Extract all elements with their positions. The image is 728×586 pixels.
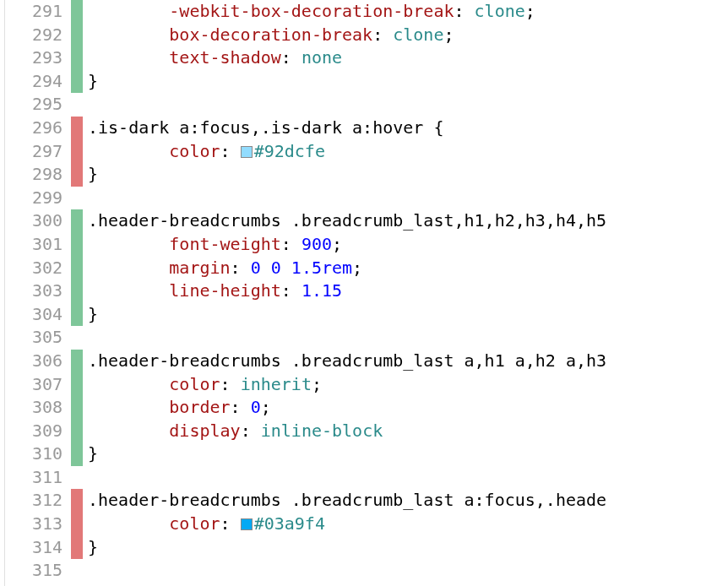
code-line[interactable]: 309 display: inline-block (5, 420, 728, 443)
code-line[interactable]: 298} (5, 163, 728, 187)
diff-added-marker (71, 233, 83, 257)
code-line[interactable]: 296.is-dark a:focus,.is-dark a:hover { (5, 117, 728, 140)
diff-added-marker (71, 70, 83, 94)
diff-added-marker (71, 279, 83, 303)
code-content[interactable]: display: inline-block (83, 420, 728, 443)
diff-added-marker (71, 24, 83, 47)
colon: : (231, 258, 251, 278)
line-number: 295 (5, 93, 71, 117)
code-editor[interactable]: 291 -webkit-box-decoration-break: clone;… (0, 0, 728, 586)
semicolon: ; (261, 397, 271, 417)
code-content[interactable]: border: 0; (83, 396, 728, 420)
css-value: inherit (241, 374, 312, 394)
colon: : (281, 234, 302, 254)
code-line[interactable]: 292 box-decoration-break: clone; (5, 24, 728, 47)
line-number: 293 (5, 46, 71, 70)
diff-added-marker (71, 373, 83, 397)
code-content[interactable]: .header-breadcrumbs .breadcrumb_last a,h… (83, 350, 728, 373)
code-content[interactable]: } (83, 442, 728, 466)
css-value: #03a9f4 (254, 513, 325, 534)
code-content[interactable]: } (83, 70, 728, 94)
css-property: box-decoration-break (169, 24, 372, 45)
diff-removed-marker (71, 117, 83, 140)
code-line[interactable]: 308 border: 0; (5, 396, 728, 420)
diff-none-marker (71, 326, 83, 350)
code-content[interactable]: } (83, 536, 728, 560)
code-content[interactable]: font-weight: 900; (83, 233, 728, 257)
code-line[interactable]: 294} (5, 70, 728, 94)
css-property: color (169, 141, 220, 161)
css-value: none (302, 47, 342, 68)
code-line[interactable]: 303 line-height: 1.15 (5, 279, 728, 303)
code-line[interactable]: 299 (5, 187, 728, 210)
line-number: 309 (5, 420, 71, 443)
code-content[interactable] (83, 559, 728, 583)
code-content[interactable]: } (83, 163, 728, 187)
code-content[interactable]: .header-breadcrumbs .breadcrumb_last a:f… (83, 489, 728, 513)
line-number: 314 (5, 536, 71, 560)
diff-added-marker (71, 257, 83, 280)
code-content[interactable]: } (83, 303, 728, 327)
code-content[interactable]: color: #92dcfe (83, 140, 728, 164)
code-line[interactable]: 306.header-breadcrumbs .breadcrumb_last … (5, 350, 728, 373)
code-line[interactable]: 313 color: #03a9f4 (5, 513, 728, 536)
semicolon: ; (352, 258, 362, 278)
diff-removed-marker (71, 489, 83, 513)
css-value: inline-block (261, 421, 383, 441)
semicolon: ; (525, 1, 535, 21)
css-brace: } (88, 304, 98, 324)
code-line[interactable]: 305 (5, 326, 728, 350)
css-value: 900 (302, 234, 332, 254)
diff-added-marker (71, 420, 83, 443)
code-content[interactable]: margin: 0 0 1.5rem; (83, 257, 728, 280)
code-line[interactable]: 315 (5, 559, 728, 583)
code-line[interactable]: 295 (5, 93, 728, 117)
code-line[interactable]: 304} (5, 303, 728, 327)
code-content[interactable]: color: #03a9f4 (83, 513, 728, 536)
code-content[interactable] (83, 326, 728, 350)
css-property: -webkit-box-decoration-break (169, 1, 454, 21)
code-lines-container: 291 -webkit-box-decoration-break: clone;… (5, 0, 728, 586)
code-content[interactable]: -webkit-box-decoration-break: clone; (83, 0, 728, 24)
code-content[interactable]: box-decoration-break: clone; (83, 24, 728, 47)
code-line[interactable]: 307 color: inherit; (5, 373, 728, 397)
code-content[interactable]: line-height: 1.15 (83, 279, 728, 303)
line-number: 313 (5, 513, 71, 536)
line-number: 311 (5, 466, 71, 490)
line-number: 304 (5, 303, 71, 327)
code-content[interactable]: .is-dark a:focus,.is-dark a:hover { (83, 117, 728, 140)
line-number: 307 (5, 373, 71, 397)
code-line[interactable]: 291 -webkit-box-decoration-break: clone; (5, 0, 728, 24)
code-line[interactable]: 293 text-shadow: none (5, 46, 728, 70)
diff-added-marker (71, 303, 83, 327)
code-line[interactable]: 302 margin: 0 0 1.5rem; (5, 257, 728, 280)
code-line[interactable]: 312.header-breadcrumbs .breadcrumb_last … (5, 489, 728, 513)
code-content[interactable] (83, 93, 728, 117)
code-content[interactable]: text-shadow: none (83, 46, 728, 70)
line-number: 296 (5, 117, 71, 140)
colon: : (241, 421, 261, 441)
css-property: border (169, 397, 230, 417)
css-selector: .header-breadcrumbs .breadcrumb_last,h1,… (88, 210, 606, 231)
diff-added-marker (71, 46, 83, 70)
code-line[interactable]: 300.header-breadcrumbs .breadcrumb_last,… (5, 209, 728, 233)
css-value: 0 0 1.5rem (251, 258, 352, 278)
code-line[interactable]: 301 font-weight: 900; (5, 233, 728, 257)
code-content[interactable]: color: inherit; (83, 373, 728, 397)
css-property: margin (169, 258, 230, 278)
css-value: 1.15 (302, 280, 342, 301)
code-line[interactable]: 314} (5, 536, 728, 560)
semicolon: ; (332, 234, 342, 254)
css-selector: .is-dark a:focus,.is-dark a:hover { (88, 117, 443, 138)
colon: : (281, 47, 302, 68)
colon: : (231, 397, 251, 417)
code-line[interactable]: 311 (5, 466, 728, 490)
code-content[interactable] (83, 466, 728, 490)
css-brace: } (88, 71, 98, 91)
code-content[interactable]: .header-breadcrumbs .breadcrumb_last,h1,… (83, 209, 728, 233)
code-line[interactable]: 310} (5, 442, 728, 466)
code-line[interactable]: 297 color: #92dcfe (5, 140, 728, 164)
css-brace: } (88, 537, 98, 557)
colon: : (454, 1, 474, 21)
code-content[interactable] (83, 187, 728, 210)
